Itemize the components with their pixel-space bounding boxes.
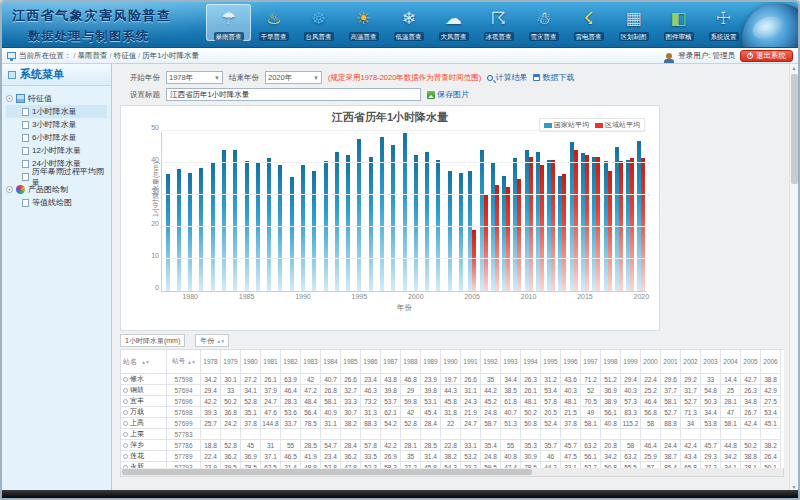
start-year-select[interactable]: 1978年 ▼	[166, 71, 223, 84]
value-cell: 70.5	[581, 396, 601, 407]
x-tick-label: 1990	[295, 293, 311, 300]
value-cell: 54.2	[381, 418, 401, 429]
value-cell: 42.4	[741, 418, 761, 429]
toolbar-item-map-review[interactable]: ◧图件审核	[656, 4, 701, 41]
window-bottom-edge	[2, 490, 798, 498]
save-image-button[interactable]: 保存图片	[427, 89, 469, 100]
station-code-header[interactable]: 站号▲▼	[167, 350, 201, 374]
v-scrollbar-thumb[interactable]	[791, 74, 798, 184]
value-cell: 48.1	[521, 396, 541, 407]
toolbar-item-settings[interactable]: ☩系统设置	[701, 4, 746, 41]
toolbar-item-snow[interactable]: ☃雪灾普查	[521, 4, 566, 41]
station-name-cell: 萍乡	[121, 440, 167, 451]
tree-group-0[interactable]: +特征值	[6, 92, 107, 105]
y-tick-label: 20	[151, 220, 159, 227]
value-cell	[301, 429, 321, 440]
sidebar-item[interactable]: 1小时降水量	[6, 105, 107, 118]
row-radio-button[interactable]	[123, 443, 128, 448]
bar-national-1997	[380, 137, 384, 291]
value-cell: 53.6	[281, 407, 301, 418]
start-year-value: 1978年	[169, 73, 193, 83]
year-column-header: 1997	[581, 350, 601, 374]
logout-button[interactable]: 退出系统	[740, 50, 793, 62]
value-cell: 50.8	[521, 418, 541, 429]
value-cell: 36.2	[221, 451, 241, 462]
value-cell: 29.3	[701, 451, 721, 462]
breadcrumb-item[interactable]: 历年1小时降水量	[142, 51, 199, 60]
value-cell: 88.3	[361, 418, 381, 429]
bar-group-1986	[252, 132, 263, 291]
bar-national-1982	[211, 163, 215, 291]
sidebar-item[interactable]: 等值线绘图	[6, 196, 107, 209]
bar-regional-2011	[540, 165, 544, 291]
toolbar-item-high-temp[interactable]: ☀高温普查	[341, 4, 386, 41]
bar-group-2015	[579, 132, 590, 291]
table-row: 上栗57783	[121, 429, 784, 440]
h-scrollbar-thumb[interactable]	[122, 469, 532, 475]
station-name-header[interactable]: 站名▲▼	[121, 350, 167, 374]
bar-regional-2010	[529, 157, 533, 291]
sidebar-item[interactable]: 3小时降水量	[6, 118, 107, 131]
row-radio-button[interactable]	[123, 454, 128, 459]
toolbar-item-label: 干旱普查	[259, 32, 289, 41]
download-button[interactable]: 数据下载	[533, 72, 574, 83]
bar-group-1988	[275, 132, 286, 291]
sidebar-item[interactable]: 历年暴雨过程平均雨量	[6, 170, 107, 183]
value-cell: 58.7	[481, 418, 501, 429]
value-cell: 20.5	[541, 407, 561, 418]
breadcrumb-item[interactable]: 暴雨普查	[78, 51, 108, 60]
filter-row-years: 开始年份 1978年 ▼ 结束年份 2020年 ▼ (规定采用1978-2020…	[130, 69, 784, 86]
row-radio-button[interactable]	[123, 410, 128, 415]
scroll-up-arrow[interactable]: ▲	[790, 64, 798, 73]
toolbar-item-drought[interactable]: ♨干旱普查	[251, 4, 296, 41]
toolbar-item-hail[interactable]: ☈冰雹普查	[476, 4, 521, 41]
tree-group-label: 特征值	[28, 93, 52, 104]
value-cell	[341, 429, 361, 440]
year-column-header: 1994	[521, 350, 541, 374]
year-sort-header[interactable]: 年份 ▲▼	[195, 334, 229, 347]
toolbar-item-low-temp[interactable]: ❄低温普查	[386, 4, 431, 41]
zoning-map-icon: ▦	[625, 6, 641, 32]
expand-icon[interactable]: +	[6, 186, 13, 193]
breadcrumb-item[interactable]: 特征值	[114, 51, 137, 60]
toolbar-item-rainstorm[interactable]: ☂暴雨普查	[206, 4, 251, 41]
chart-title-input[interactable]	[166, 88, 421, 101]
value-cell: 25.9	[641, 451, 661, 462]
toolbar-item-label: 大风普查	[439, 32, 469, 41]
value-cell: 25.2	[641, 385, 661, 396]
calculate-button[interactable]: 计算结果	[487, 72, 527, 83]
breadcrumb-path: /暴雨普查/特征值/历年1小时降水量	[72, 51, 199, 61]
end-year-select[interactable]: 2020年 ▼	[265, 71, 322, 84]
row-radio-button[interactable]	[123, 432, 128, 437]
value-cell: 42	[301, 374, 321, 385]
value-cell	[361, 429, 381, 440]
hail-icon: ☈	[491, 6, 506, 32]
vertical-scrollbar: ▲ ▼	[789, 64, 798, 492]
value-cell: 37.7	[661, 385, 681, 396]
toolbar-item-gale[interactable]: ☁大风普查	[431, 4, 476, 41]
row-radio-button[interactable]	[123, 377, 128, 382]
row-radio-button[interactable]	[123, 421, 128, 426]
value-cell: 50.3	[701, 396, 721, 407]
bar-group-1987	[264, 132, 275, 291]
row-radio-button[interactable]	[123, 388, 128, 393]
toolbar-item-typhoon[interactable]: ☸台风普查	[296, 4, 341, 41]
chart-plot: 国家站平均区域站平均 1小时降水量(mm) 年份 010203040501980…	[161, 132, 647, 292]
bar-group-2005	[467, 132, 478, 291]
end-year-label: 结束年份	[229, 73, 259, 83]
sidebar-item[interactable]: 12小时降水量	[6, 144, 107, 157]
toolbar-item-zoning-map[interactable]: ▦区划制图	[611, 4, 656, 41]
year-column-header: 1985	[341, 350, 361, 374]
group-icon	[16, 94, 25, 103]
bar-national-1981	[199, 168, 203, 291]
row-radio-button[interactable]	[123, 399, 128, 404]
value-cell: 58.1	[321, 396, 341, 407]
value-cell: 56.8	[641, 407, 661, 418]
expand-icon[interactable]: +	[6, 95, 13, 102]
sidebar-item[interactable]: 6小时降水量	[6, 131, 107, 144]
value-cell: 51.2	[601, 374, 621, 385]
value-cell: 40.9	[321, 407, 341, 418]
station-name: 铜鼓	[130, 385, 144, 395]
login-user-label: 登录用户: 管理员	[678, 51, 735, 61]
toolbar-item-lightning[interactable]: ☇雷电普查	[566, 4, 611, 41]
